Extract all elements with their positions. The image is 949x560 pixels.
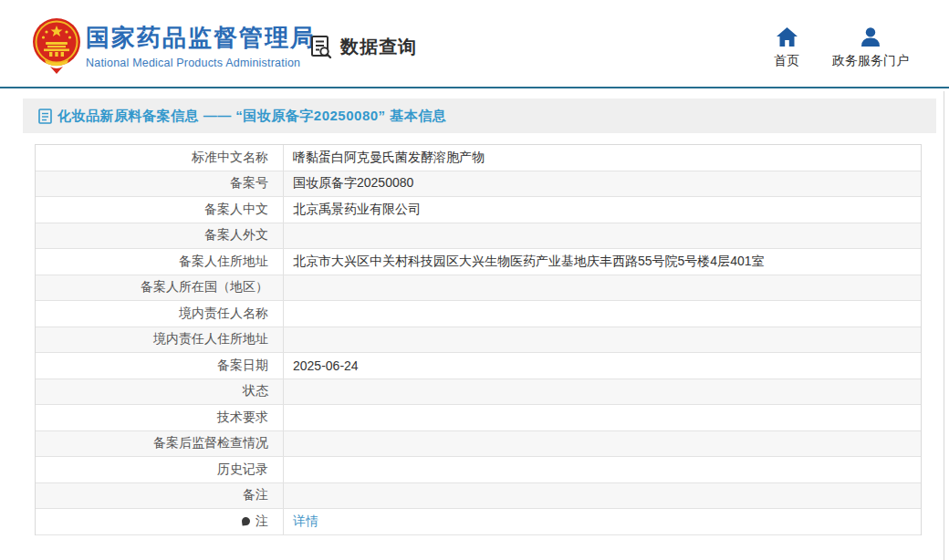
table-row: 注详情	[36, 509, 921, 535]
row-value	[284, 431, 921, 457]
table-row: 技术要求	[36, 405, 921, 431]
row-label: 备注	[36, 483, 284, 509]
table-row: 备案人中文北京禹景药业有限公司	[36, 197, 921, 223]
row-value	[284, 457, 921, 482]
row-value	[284, 301, 921, 327]
document-icon	[38, 109, 52, 124]
nav-item-portal[interactable]: 政务服务门户	[832, 27, 909, 69]
row-value	[284, 275, 921, 301]
table-row: 备案人外文	[36, 223, 921, 250]
page-title: 化妆品新原料备案信息 —— “国妆原备字20250080” 基本信息	[57, 108, 446, 125]
table-row: 备案日期2025-06-24	[36, 353, 921, 379]
table-row: 备案人所在国（地区）	[36, 275, 921, 302]
note-icon	[241, 517, 250, 526]
table-row: 备案后监督检查情况	[36, 431, 921, 458]
table-row: 境内责任人住所地址	[36, 327, 921, 354]
row-label: 技术要求	[36, 405, 284, 430]
data-query-section[interactable]: 数据查询	[308, 34, 417, 59]
row-value: 北京市大兴区中关村科技园区大兴生物医药产业基地庆丰西路55号院5号楼4层401室	[284, 249, 921, 275]
data-query-label: 数据查询	[340, 35, 417, 59]
row-label: 境内责任人住所地址	[36, 327, 284, 353]
nav-portal-label: 政务服务门户	[832, 53, 909, 69]
filing-info-table: 标准中文名称嗜黏蛋白阿克曼氏菌发酵溶胞产物备案号国妆原备字20250080备案人…	[35, 144, 922, 535]
row-label: 标准中文名称	[36, 145, 284, 171]
row-label: 备案日期	[36, 353, 284, 379]
row-label: 备案人所在国（地区）	[36, 275, 284, 301]
row-label: 境内责任人名称	[36, 301, 284, 327]
org-name-en: National Medical Products Administration	[86, 57, 316, 69]
org-title-block: 国家药品监督管理局 National Medical Products Admi…	[86, 25, 316, 69]
top-nav: 首页 政务服务门户	[774, 27, 909, 69]
row-value	[284, 379, 921, 405]
table-row: 备案人住所地址北京市大兴区中关村科技园区大兴生物医药产业基地庆丰西路55号院5号…	[36, 249, 921, 275]
row-label: 状态	[36, 379, 284, 405]
row-value: 详情	[284, 509, 921, 534]
row-value: 北京禹景药业有限公司	[284, 197, 921, 223]
row-value	[284, 327, 921, 353]
row-value	[284, 223, 921, 249]
row-label: 备案人住所地址	[36, 249, 284, 275]
row-label: 注	[36, 509, 284, 534]
row-label: 备案人外文	[36, 223, 284, 249]
row-value: 2025-06-24	[284, 353, 921, 379]
right-edge-divider	[944, 91, 944, 560]
site-header: 国家药品监督管理局 National Medical Products Admi…	[0, 0, 949, 88]
table-row: 状态	[36, 379, 921, 406]
row-value: 国妆原备字20250080	[284, 171, 921, 197]
breadcrumb: 化妆品新原料备案信息 —— “国妆原备字20250080” 基本信息	[23, 99, 936, 133]
row-value: 嗜黏蛋白阿克曼氏菌发酵溶胞产物	[284, 145, 921, 171]
page: 国家药品监督管理局 National Medical Products Admi…	[0, 0, 949, 560]
data-query-icon	[308, 34, 334, 59]
table-row: 备注	[36, 483, 921, 510]
detail-link[interactable]: 详情	[293, 513, 318, 530]
row-value	[284, 483, 921, 509]
table-row: 历史记录	[36, 457, 921, 483]
table-row: 备案号国妆原备字20250080	[36, 171, 921, 198]
nmpa-emblem-logo	[32, 17, 81, 74]
table-row: 标准中文名称嗜黏蛋白阿克曼氏菌发酵溶胞产物	[36, 145, 921, 171]
table-row: 境内责任人名称	[36, 301, 921, 327]
row-label: 备案号	[36, 171, 284, 197]
nav-item-home[interactable]: 首页	[774, 27, 799, 69]
org-name-cn: 国家药品监督管理局	[86, 25, 316, 52]
row-label: 备案后监督检查情况	[36, 431, 284, 457]
row-value	[284, 405, 921, 430]
user-icon	[860, 27, 881, 47]
row-label: 历史记录	[36, 457, 284, 482]
home-icon	[777, 27, 798, 47]
row-label: 备案人中文	[36, 197, 284, 223]
nav-home-label: 首页	[774, 53, 799, 69]
